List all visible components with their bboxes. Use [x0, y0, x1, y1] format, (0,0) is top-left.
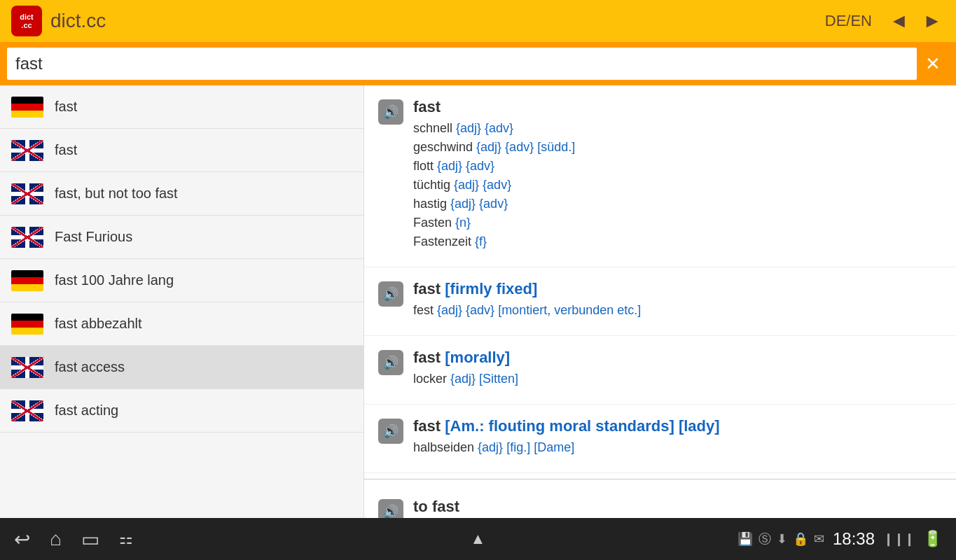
search-input[interactable]: [7, 48, 917, 80]
suggestions-list: fast fast fast, but not too fast Fast Fu…: [0, 85, 364, 518]
sound-button[interactable]: 🔊: [378, 419, 403, 444]
speaker-icon: 🔊: [383, 424, 399, 439]
headword: fast [morally]: [413, 349, 942, 367]
result-entry: 🔊 fast [Am.: flouting moral standards] […: [364, 405, 956, 473]
list-item[interactable]: fast access: [0, 346, 363, 389]
signal-icon: ❙❙❙: [883, 531, 915, 547]
next-arrow[interactable]: ►: [922, 10, 942, 32]
result-content: fast [Am.: flouting moral standards] [la…: [413, 417, 942, 457]
result-entry: 🔊 fast schnell {adj} {adv} geschwind {ad…: [364, 85, 956, 267]
list-item[interactable]: fast: [0, 85, 363, 129]
speaker-icon: 🔊: [383, 504, 399, 518]
german-flag-icon: [11, 97, 43, 118]
speaker-icon: 🔊: [383, 286, 399, 302]
language-pair[interactable]: DE/EN: [825, 12, 872, 30]
uk-flag-icon: [11, 183, 43, 204]
suggestion-text: fast, but not too fast: [55, 186, 178, 202]
uk-flag-icon: [11, 140, 43, 161]
sound-button[interactable]: 🔊: [378, 281, 403, 307]
sound-button[interactable]: 🔊: [378, 499, 403, 518]
headword: fast [Am.: flouting moral standards] [la…: [413, 417, 942, 435]
speaker-icon: 🔊: [383, 104, 399, 120]
expand-icon[interactable]: ▲: [471, 530, 486, 547]
status-icons: 💾 Ⓢ ⬇ 🔒 ✉: [737, 531, 824, 547]
uk-flag-icon: [11, 400, 43, 421]
results-panel: 🔊 fast schnell {adj} {adv} geschwind {ad…: [364, 85, 956, 518]
translations: halbseiden {adj} [fig.] [Dame]: [413, 438, 942, 457]
lock-icon: 🔒: [793, 531, 808, 547]
translation-line: schnell {adj} {adv}: [413, 119, 942, 138]
list-item[interactable]: fast 100 Jahre lang: [0, 259, 363, 302]
result-entry: 🔊 fast [morally] locker {adj} [Sitten]: [364, 336, 956, 405]
suggestion-text: fast abbezahlt: [55, 316, 142, 332]
sound-button[interactable]: 🔊: [378, 350, 403, 375]
home-icon[interactable]: ⌂: [50, 528, 62, 550]
list-item[interactable]: fast abbezahlt: [0, 302, 363, 346]
divider: [364, 479, 956, 479]
result-content: to fast: [413, 498, 942, 516]
battery-icon: 🔋: [923, 530, 942, 548]
translation-line: geschwind {adj} {adv} [südd.]: [413, 138, 942, 157]
logo: dict.cc: [11, 6, 42, 36]
screenshot-icon[interactable]: ⚏: [119, 530, 133, 548]
status-bar: 💾 Ⓢ ⬇ 🔒 ✉ 18:38 ❙❙❙ 🔋: [737, 529, 942, 549]
sound-button[interactable]: 🔊: [378, 99, 403, 125]
back-icon[interactable]: ↩: [14, 528, 30, 551]
translation-line: locker {adj} [Sitten]: [413, 370, 942, 388]
clear-button[interactable]: ✕: [917, 48, 949, 80]
bottom-center: ▲: [471, 530, 486, 548]
suggestion-text: fast: [55, 142, 77, 158]
translation-line: Fastenzeit {f}: [413, 232, 942, 251]
translation-line: Fasten {n}: [413, 214, 942, 232]
recent-apps-icon[interactable]: ▭: [81, 528, 99, 551]
main-content: fast fast fast, but not too fast Fast Fu…: [0, 85, 956, 518]
result-content: fast [firmly fixed] fest {adj} {adv} [mo…: [413, 280, 942, 320]
uk-flag-icon: [11, 357, 43, 378]
german-flag-icon: [11, 270, 43, 291]
list-item[interactable]: fast acting: [0, 389, 363, 433]
headword: fast [firmly fixed]: [413, 280, 942, 298]
prev-arrow[interactable]: ◄: [889, 10, 909, 32]
suggestion-text: fast acting: [55, 402, 118, 419]
suggestion-text: fast 100 Jahre lang: [55, 272, 174, 288]
bottom-navigation: ↩ ⌂ ▭ ⚏ ▲ 💾 Ⓢ ⬇ 🔒 ✉ 18:38 ❙❙❙ 🔋: [0, 518, 956, 560]
download-icon: ⬇: [777, 531, 787, 547]
german-flag-icon: [11, 314, 43, 335]
translation-line: hastig {adj} {adv}: [413, 195, 942, 214]
storage-icon: 💾: [737, 531, 753, 547]
mail-icon: ✉: [814, 531, 824, 547]
nav-icons: ↩ ⌂ ▭ ⚏: [14, 528, 133, 551]
header-navigation: ◄ ►: [889, 10, 942, 32]
translation-line: tüchtig {adj} {adv}: [413, 176, 942, 195]
translation-line: halbseiden {adj} [fig.] [Dame]: [413, 438, 942, 457]
translation-line: fest {adj} {adv} [montiert, verbunden et…: [413, 301, 942, 320]
suggestion-text: Fast Furious: [55, 229, 132, 245]
search-bar: ✕: [0, 42, 956, 85]
result-entry: 🔊 to fast: [364, 485, 956, 518]
headword: to fast: [413, 498, 942, 516]
suggestion-text: fast access: [55, 359, 125, 375]
uk-flag-icon: [11, 227, 43, 248]
headword: fast: [413, 98, 942, 116]
translations: locker {adj} [Sitten]: [413, 370, 942, 388]
speaker-icon: 🔊: [383, 355, 399, 370]
translations: schnell {adj} {adv} geschwind {adj} {adv…: [413, 119, 942, 251]
header: dict.cc dict.cc DE/EN ◄ ►: [0, 0, 956, 42]
result-content: fast schnell {adj} {adv} geschwind {adj}…: [413, 98, 942, 251]
suggestion-text: fast: [55, 99, 77, 115]
translations: fest {adj} {adv} [montiert, verbunden et…: [413, 301, 942, 320]
logo-text: dict.cc: [20, 13, 34, 29]
list-item[interactable]: Fast Furious: [0, 216, 363, 259]
skype-icon: Ⓢ: [758, 531, 771, 547]
app-title: dict.cc: [50, 10, 106, 32]
list-item[interactable]: fast, but not too fast: [0, 172, 363, 216]
result-entry: 🔊 fast [firmly fixed] fest {adj} {adv} […: [364, 267, 956, 336]
translation-line: flott {adj} {adv}: [413, 157, 942, 176]
clock: 18:38: [833, 529, 875, 549]
result-content: fast [morally] locker {adj} [Sitten]: [413, 349, 942, 388]
list-item[interactable]: fast: [0, 129, 363, 172]
